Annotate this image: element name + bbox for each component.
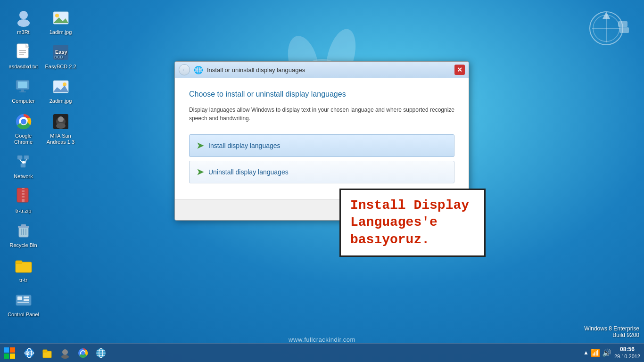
desktop-icon-easybcd[interactable]: Easy BCD EasyBCD 2.2 xyxy=(43,40,78,73)
svg-rect-27 xyxy=(21,164,25,167)
taskbar-arrow-icon[interactable]: ▲ xyxy=(583,349,589,356)
svg-point-79 xyxy=(81,351,85,355)
taskbar-pinned-icons: e xyxy=(19,345,111,362)
desktop-icon-1adim[interactable]: 1adim.jpg xyxy=(43,6,78,38)
taskbar-date: 29.10.2012 xyxy=(614,353,640,360)
svg-rect-48 xyxy=(24,296,29,298)
svg-point-63 xyxy=(56,123,66,129)
desktop-icon-asdasdxd[interactable]: asdasdxd.txt xyxy=(6,40,41,73)
desktop-icon-tr-tr-zip[interactable]: tr-tr.zip xyxy=(6,184,41,217)
svg-rect-45 xyxy=(16,261,22,263)
taskbar-time: 08:56 xyxy=(614,346,640,354)
dialog-titlebar-left: ← 🌐 Install or uninstall display languag… xyxy=(179,64,305,75)
svg-rect-25 xyxy=(17,156,22,159)
svg-rect-21 xyxy=(19,91,26,92)
taskbar-chrome-icon[interactable] xyxy=(74,345,91,362)
svg-rect-67 xyxy=(10,354,15,359)
desktop-icon-mta[interactable]: MTA San Andreas 1.3 xyxy=(43,109,78,148)
svg-rect-19 xyxy=(18,82,27,88)
m3rt-icon xyxy=(14,8,33,27)
svg-point-30 xyxy=(22,161,25,164)
control-panel-icon xyxy=(14,291,33,310)
install-arrow-icon: ➤ xyxy=(197,140,204,151)
svg-rect-33 xyxy=(22,189,25,190)
svg-rect-65 xyxy=(10,347,15,353)
svg-rect-39 xyxy=(21,224,26,226)
taskbar: e xyxy=(0,343,644,362)
callout-text: Install Display Languages'e basıyoruz. xyxy=(350,197,475,248)
svg-rect-74 xyxy=(43,350,47,352)
svg-rect-64 xyxy=(4,347,9,353)
computer-label: Computer xyxy=(12,98,34,104)
text-file-icon xyxy=(14,43,33,62)
dialog-title-icon: 🌐 xyxy=(194,66,203,74)
dialog-title-text: Install or uninstall display languages xyxy=(207,66,305,74)
svg-rect-34 xyxy=(22,192,25,193)
dialog-close-button[interactable]: ✕ xyxy=(454,65,465,75)
svg-rect-20 xyxy=(21,90,24,91)
svg-point-52 xyxy=(55,14,59,17)
svg-point-12 xyxy=(17,19,30,27)
taskbar-ie-icon[interactable]: e xyxy=(21,345,38,362)
tr-tr-zip-label: tr-tr.zip xyxy=(16,208,32,214)
svg-rect-26 xyxy=(24,156,29,159)
2adim-label: 2adim.jpg xyxy=(50,98,72,104)
uninstall-arrow-icon: ➤ xyxy=(197,167,204,177)
svg-point-76 xyxy=(61,355,69,359)
chrome-label: Google Chrome xyxy=(8,133,39,145)
taskbar-sys-icons: ▲ 📶 🔊 xyxy=(583,348,611,357)
dialog-back-button[interactable]: ← xyxy=(179,64,190,75)
control-panel-label: Control Panel xyxy=(8,312,39,318)
image-1adim-icon xyxy=(51,8,70,27)
desktop-icon-2adim[interactable]: 2adim.jpg xyxy=(43,74,78,107)
taskbar-clock[interactable]: 08:56 29.10.2012 xyxy=(614,346,640,360)
recycle-bin-icon xyxy=(14,222,33,240)
asdasdxd-label: asdasdxd.txt xyxy=(9,64,38,70)
dialog-heading: Choose to install or uninstall display l… xyxy=(189,90,454,99)
folder-icon xyxy=(14,256,33,275)
taskbar-start-button[interactable] xyxy=(0,344,19,362)
computer-icon xyxy=(14,77,33,96)
tr-tr-label: tr-tr xyxy=(19,277,27,283)
svg-point-75 xyxy=(62,349,68,355)
svg-text:Easy: Easy xyxy=(55,49,68,55)
taskbar-network-sys-icon[interactable]: 📶 xyxy=(591,348,600,357)
svg-rect-35 xyxy=(22,195,25,196)
mta-label: MTA San Andreas 1.3 xyxy=(45,133,76,145)
svg-rect-66 xyxy=(4,354,9,359)
install-option-text: Install display languages xyxy=(208,142,281,149)
svg-point-62 xyxy=(58,116,64,122)
watermark: www.fullcrackindir.com xyxy=(289,336,355,343)
taskbar-media-icon[interactable] xyxy=(57,345,74,362)
mta-icon xyxy=(51,112,70,131)
dialog-content: Choose to install or uninstall display l… xyxy=(175,78,469,199)
callout-annotation-box: Install Display Languages'e basıyoruz. xyxy=(339,189,486,257)
dialog-description: Display languages allow Windows to displ… xyxy=(189,106,454,123)
desktop-icon-chrome[interactable]: Google Chrome xyxy=(6,109,41,148)
taskbar-system-tray: ▲ 📶 🔊 08:56 29.10.2012 xyxy=(583,346,644,360)
network-label: Network xyxy=(14,173,33,180)
svg-line-29 xyxy=(25,159,26,164)
svg-text:BCD: BCD xyxy=(54,55,64,59)
desktop-icon-control-panel[interactable]: Control Panel xyxy=(6,288,41,321)
win-edition: Windows 8 Enterprise xyxy=(584,325,639,332)
svg-text:e: e xyxy=(27,351,30,356)
desktop-icon-m3rt[interactable]: m3Rt xyxy=(6,6,41,38)
desktop-icon-network[interactable]: Network xyxy=(6,150,41,182)
desktop-icon-tr-tr[interactable]: tr-tr xyxy=(6,254,41,286)
desktop-icon-recycle-bin[interactable]: Recycle Bin xyxy=(6,219,41,251)
uninstall-option-button[interactable]: ➤ Uninstall display languages xyxy=(189,161,454,183)
1adim-label: 1adim.jpg xyxy=(50,29,72,35)
svg-rect-10 xyxy=(619,27,629,33)
windows-version-info: Windows 8 Enterprise Build 9200 xyxy=(584,325,639,338)
taskbar-language-icon[interactable] xyxy=(92,345,109,362)
install-option-button[interactable]: ➤ Install display languages xyxy=(189,134,454,157)
desktop-icon-computer[interactable]: Computer xyxy=(6,74,41,107)
m3rt-label: m3Rt xyxy=(17,29,29,35)
windows-logo xyxy=(578,9,635,47)
svg-rect-9 xyxy=(618,21,627,27)
uninstall-option-text: Uninstall display languages xyxy=(208,168,289,176)
taskbar-volume-icon[interactable]: 🔊 xyxy=(602,348,611,357)
recycle-bin-label: Recycle Bin xyxy=(9,242,37,248)
taskbar-explorer-icon[interactable] xyxy=(39,345,56,362)
